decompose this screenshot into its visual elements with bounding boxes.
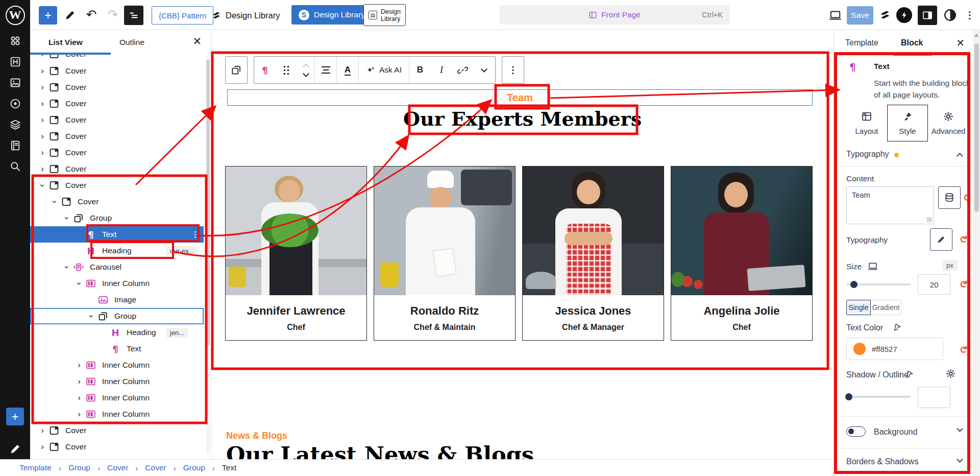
ask-ai-button[interactable]: Ask AI — [359, 57, 409, 83]
news-blogs-heading[interactable]: Our Latest News & Blogs — [226, 442, 534, 459]
shadow-slider-thumb[interactable] — [845, 393, 852, 400]
align-button[interactable] — [315, 57, 336, 83]
news-blogs-label[interactable]: News & Blogs — [226, 431, 287, 441]
link-button[interactable] — [452, 57, 474, 83]
chevron-right-icon[interactable]: › — [37, 164, 47, 174]
list-view-item-cover[interactable]: ›Cover — [30, 128, 204, 145]
breadcrumb-item-template[interactable]: Template — [19, 463, 52, 472]
shadow-slider[interactable] — [846, 396, 911, 398]
chevron-right-icon[interactable]: › — [37, 115, 47, 125]
team-member-card[interactable]: Angelina JolieChef — [671, 166, 813, 341]
tab-block[interactable]: Block — [890, 38, 935, 47]
list-view-toggle-button[interactable] — [124, 6, 143, 25]
size-slider[interactable] — [846, 283, 911, 285]
drag-handle[interactable] — [276, 57, 297, 83]
list-view-item-group[interactable]: ›Group — [30, 308, 204, 324]
journal-icon[interactable] — [9, 139, 21, 152]
size-value-input[interactable]: 20 — [918, 274, 950, 295]
chevron-down-icon[interactable]: › — [50, 197, 60, 207]
bold-button[interactable]: B — [409, 57, 431, 83]
edit-mode-icon[interactable] — [64, 9, 77, 21]
settings-sidebar-toggle[interactable] — [918, 6, 937, 25]
highlight-button[interactable]: A — [337, 57, 358, 83]
tab-outline[interactable]: Outline — [101, 30, 163, 55]
color-swatch[interactable] — [853, 343, 866, 355]
heading-block-icon[interactable] — [9, 56, 21, 68]
content-textarea[interactable]: Team — [846, 186, 934, 224]
chevron-down-icon[interactable]: › — [37, 180, 47, 191]
media-icon[interactable] — [9, 77, 21, 89]
edit-typography-button[interactable] — [930, 228, 952, 251]
list-view-item-cover[interactable]: ›Cover — [30, 422, 204, 439]
list-view-item-inner-column[interactable]: ›Inner Column — [30, 373, 204, 390]
unit-badge[interactable]: px — [942, 260, 958, 271]
tab-list-view[interactable]: List View — [30, 30, 101, 55]
chevron-down-icon[interactable]: › — [74, 278, 84, 289]
inserter-toggle-button[interactable]: + — [39, 6, 57, 25]
list-view-item-cover[interactable]: ›Cover — [30, 439, 204, 455]
chevron-down-icon[interactable]: › — [86, 311, 96, 321]
list-view-item-cover[interactable]: ›Cover — [30, 55, 204, 63]
size-slider-thumb[interactable] — [850, 281, 857, 288]
chevron-right-icon[interactable]: › — [37, 148, 47, 158]
selected-text-block[interactable]: Team — [227, 89, 813, 106]
chevron-right-icon[interactable]: › — [37, 442, 47, 452]
team-member-card[interactable]: Jennifer LawrenceChef — [225, 166, 367, 341]
gradient-color-tab[interactable]: Gradient — [871, 300, 901, 315]
chevron-right-icon[interactable]: › — [37, 99, 47, 109]
paragraph-block-icon[interactable]: ¶ — [254, 57, 276, 83]
responsive-icon[interactable] — [868, 261, 878, 271]
chevron-right-icon[interactable]: › — [37, 55, 47, 59]
textarea-resize-grip[interactable] — [927, 217, 932, 222]
chevron-right-icon[interactable]: › — [74, 360, 84, 370]
list-view-item-heading[interactable]: ›HHeadingjen... — [30, 324, 204, 341]
experts-heading[interactable]: Our Experts Members — [211, 107, 834, 130]
list-view-item-text[interactable]: ›¶Text⋮ — [30, 226, 204, 243]
chevron-right-icon[interactable]: › — [37, 66, 47, 76]
reset-size-icon[interactable]: ↻ — [958, 280, 969, 289]
chevron-right-icon[interactable]: › — [74, 409, 84, 419]
reset-color-icon[interactable]: ↻ — [958, 346, 969, 354]
collapse-section-icon[interactable] — [957, 153, 963, 159]
layers-icon[interactable] — [9, 118, 21, 131]
tab-layout[interactable]: Layout — [846, 105, 887, 141]
options-menu-button[interactable]: ⋮ — [964, 7, 975, 22]
list-view-item-cover[interactable]: ›Cover — [30, 96, 204, 112]
chevron-right-icon[interactable]: › — [74, 393, 84, 403]
shadow-settings-gear-icon[interactable] — [945, 368, 956, 379]
list-view-item-text[interactable]: ›¶Text — [30, 341, 204, 357]
close-sidebar-icon[interactable]: ✕ — [956, 37, 965, 49]
list-view-item-inner-column[interactable]: ›Inner Column — [30, 275, 204, 292]
redo-button[interactable]: ↷ — [105, 7, 120, 22]
design-library-button-a[interactable]: Design Library — [211, 6, 280, 25]
breadcrumb-item-group[interactable]: Group — [183, 463, 205, 472]
chevron-right-icon[interactable]: › — [37, 82, 47, 92]
reset-content-icon[interactable]: ↻ — [961, 194, 973, 202]
list-view-item-carousel[interactable]: ›Carousel — [30, 259, 204, 275]
borders-shadows-label[interactable]: Borders & Shadows — [846, 457, 918, 466]
transform-block-button[interactable] — [226, 57, 247, 83]
list-view-item-cover[interactable]: ›Cover — [30, 194, 204, 210]
stackable-topbar-icon[interactable] — [879, 9, 891, 21]
reset-typography-icon[interactable]: ↻ — [958, 235, 969, 244]
tab-advanced[interactable]: Advanced — [928, 105, 969, 141]
block-options-button[interactable]: ⋮ — [502, 57, 524, 83]
chevron-right-icon[interactable]: › — [74, 376, 84, 387]
chevron-down-icon[interactable]: › — [62, 213, 72, 223]
text-color-control[interactable]: #ff8527 — [846, 338, 943, 360]
single-color-tab[interactable]: Single — [846, 300, 871, 315]
search-icon[interactable] — [9, 160, 21, 173]
undo-button[interactable]: ↶ — [84, 7, 99, 22]
design-library-button-b[interactable]: S Design Library — [291, 5, 372, 25]
list-view-item-cover[interactable]: ›Cover — [30, 79, 204, 96]
dynamic-content-button[interactable] — [938, 186, 961, 209]
breadcrumb-item-cover[interactable]: Cover — [107, 463, 128, 472]
color-picker-icon[interactable] — [892, 322, 902, 332]
list-view-item-image[interactable]: ›Image — [30, 292, 204, 308]
bolt-circle-icon[interactable] — [896, 7, 912, 23]
list-view-item-cover[interactable]: ›Cover — [30, 145, 204, 161]
list-view-item-heading[interactable]: ›HHeadingour-ex... — [30, 243, 204, 259]
shadow-picker-icon[interactable] — [904, 369, 914, 379]
chevron-right-icon[interactable]: › — [37, 425, 47, 436]
list-view-item-inner-column[interactable]: ›Inner Column — [30, 406, 204, 422]
